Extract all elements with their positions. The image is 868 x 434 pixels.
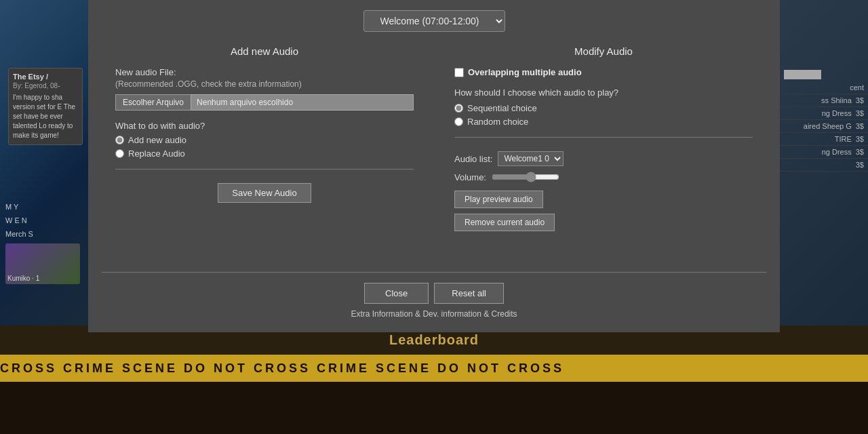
rs-price-4: 3$ — [856, 148, 864, 156]
kumiko-thumbnail[interactable]: Kumiko · 1 — [5, 243, 80, 284]
reset-button[interactable]: Reset all — [434, 283, 504, 304]
rs-price-0: 3$ — [856, 96, 864, 104]
rs-top-bar — [784, 70, 821, 79]
right-sidebar: cent ss Shiina 3$ ng Dress 3$ aired Shee… — [780, 0, 868, 332]
overlapping-row: Overlapping multiple audio — [454, 67, 753, 77]
dialog-body: Add new Audio New audio File: (Recommend… — [102, 45, 766, 272]
radio-random-label: Random choice — [467, 117, 528, 127]
overlapping-checkbox[interactable] — [454, 68, 464, 77]
rs-label-2: aired Sheep G — [804, 122, 852, 130]
title-select[interactable]: Welcome (07:00-12:00) — [363, 10, 505, 32]
file-label: New audio File: — [115, 67, 414, 77]
left-card: The Etsy / By: Egerod, 08- I'm happy to … — [8, 68, 83, 145]
crime-scene-bar: Leaderboard CROSS CRIME SCENE DO NOT CRO… — [0, 326, 868, 434]
crime-tape: CROSS CRIME SCENE DO NOT CROSS CRIME SCE… — [0, 355, 868, 382]
rs-row-0[interactable]: ss Shiina 3$ — [780, 94, 868, 107]
how-choose-label: How should I choose which audio to play? — [454, 87, 753, 98]
radio-add-new[interactable]: Add new audio — [115, 135, 414, 145]
choice-group: Sequential choice Random choice — [454, 103, 753, 127]
left-card-title: The Etsy / — [13, 73, 78, 81]
rs-price-2: 3$ — [856, 122, 864, 130]
panel-add-audio: Add new Audio New audio File: (Recommend… — [102, 45, 427, 272]
rs-cent-label: cent — [850, 83, 864, 92]
radio-sequential-label: Sequential choice — [467, 103, 537, 113]
radio-add-new-input[interactable] — [115, 136, 124, 144]
sidebar-item-my[interactable]: M Y — [0, 200, 88, 214]
crime-bottom — [0, 382, 868, 434]
main-dialog: Welcome (07:00-12:00) Add new Audio New … — [88, 0, 780, 332]
close-button[interactable]: Close — [364, 283, 429, 304]
file-input-row: Escolher Arquivo Nenhum arquivo escolhid… — [115, 94, 414, 111]
rs-price-5: 3$ — [856, 161, 864, 169]
radio-sequential-input[interactable] — [454, 104, 463, 113]
kumiko-label: Kumiko · 1 — [7, 275, 39, 282]
crime-tape-text: CROSS CRIME SCENE DO NOT CROSS CRIME SCE… — [0, 361, 564, 376]
volume-slider[interactable] — [492, 172, 559, 182]
file-name-display: Nenhum arquivo escolhido — [191, 94, 414, 111]
audio-list-row: Audio list: Welcome1 0 — [454, 151, 753, 166]
bottom-buttons: Close Reset all — [364, 283, 504, 304]
rs-row-5[interactable]: 3$ — [780, 159, 868, 172]
remove-audio-button[interactable]: Remove current audio — [454, 214, 555, 231]
rs-label-3: TIRE — [835, 135, 852, 143]
save-btn-container: Save New Audio — [115, 176, 414, 203]
add-audio-title: Add new Audio — [115, 45, 414, 57]
radio-replace-input[interactable] — [115, 149, 124, 158]
play-preview-button[interactable]: Play preview audio — [454, 191, 543, 208]
radio-random-input[interactable] — [454, 117, 463, 126]
rs-row-1[interactable]: ng Dress 3$ — [780, 107, 868, 120]
rs-row-4[interactable]: ng Dress 3$ — [780, 146, 868, 159]
rs-label-1: ng Dress — [822, 109, 852, 117]
extra-info-link[interactable]: Extra Information & Dev. information & C… — [351, 309, 517, 319]
modify-audio-title: Modify Audio — [454, 45, 753, 57]
rs-label-4: ng Dress — [822, 148, 852, 156]
radio-replace-label: Replace Audio — [128, 149, 185, 159]
panel-modify-audio: Modify Audio Overlapping multiple audio … — [441, 45, 766, 272]
audio-list-select[interactable]: Welcome1 0 — [498, 151, 564, 166]
rs-label-0: ss Shiina — [821, 96, 852, 104]
rs-price-3: 3$ — [856, 135, 864, 143]
radio-add-new-label: Add new audio — [128, 135, 186, 145]
add-audio-divider — [115, 169, 414, 170]
volume-label: Volume: — [454, 172, 486, 182]
sidebar-item-wen[interactable]: W E N — [0, 214, 88, 227]
save-new-audio-button[interactable]: Save New Audio — [218, 183, 311, 203]
dialog-bottom: Close Reset all Extra Information & Dev.… — [102, 272, 766, 319]
sidebar-item-merch[interactable]: Merch S — [0, 227, 88, 241]
rs-price-1: 3$ — [856, 109, 864, 117]
rs-row-2[interactable]: aired Sheep G 3$ — [780, 120, 868, 133]
left-card-body: I'm happy to sha version set for E The s… — [13, 93, 78, 140]
audio-list-label: Audio list: — [454, 154, 492, 164]
left-card-by: By: Egerod, 08- — [13, 82, 78, 90]
volume-row: Volume: — [454, 172, 753, 182]
what-todo-group: What to do with audio? Add new audio Rep… — [115, 121, 414, 159]
what-todo-label: What to do with audio? — [115, 121, 414, 131]
overlapping-label: Overlapping multiple audio — [468, 67, 582, 77]
modify-divider — [454, 137, 753, 138]
rs-row-3[interactable]: TIRE 3$ — [780, 133, 868, 146]
file-sublabel: (Recommended .OGG, check the extra infor… — [115, 79, 414, 89]
radio-random[interactable]: Random choice — [454, 117, 753, 127]
radio-sequential[interactable]: Sequential choice — [454, 103, 753, 113]
left-sidebar: M Y W E N Merch S Kumiko · 1 — [0, 200, 88, 287]
radio-replace[interactable]: Replace Audio — [115, 149, 414, 159]
choose-file-button[interactable]: Escolher Arquivo — [115, 94, 191, 111]
rs-row-cent: cent — [780, 81, 868, 94]
